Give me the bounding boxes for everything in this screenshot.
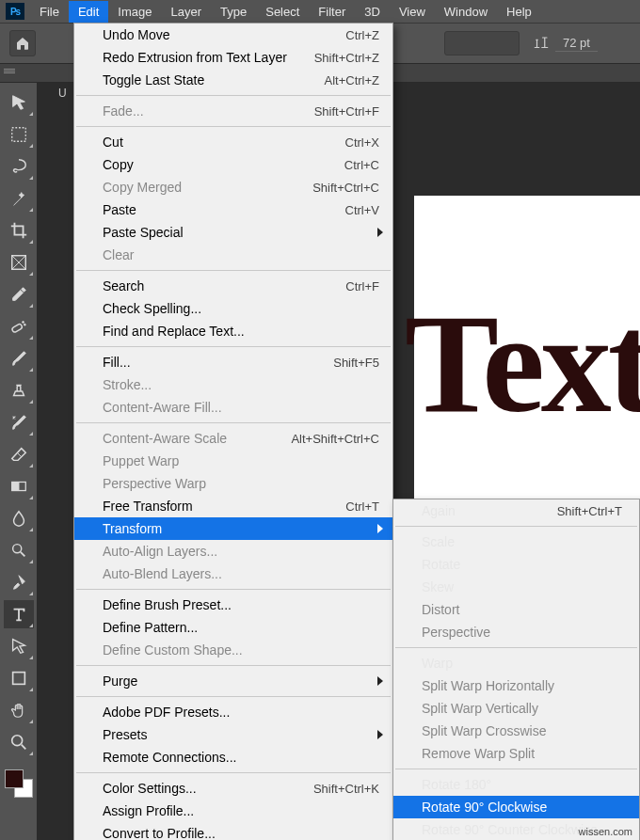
edit-item-paste-special[interactable]: Paste Special [74, 221, 392, 244]
menu-item-label: Copy Merged [103, 180, 182, 195]
foreground-color-swatch[interactable] [5, 769, 24, 788]
magic-wand-tool[interactable] [4, 184, 34, 213]
edit-item-purge[interactable]: Purge [74, 670, 392, 692]
clone-stamp-tool[interactable] [4, 376, 34, 404]
menu-help[interactable]: Help [497, 1, 541, 23]
submenu-arrow-icon [377, 228, 383, 237]
transform-item-rotate-180[interactable]: Rotate 180° [393, 773, 639, 796]
transform-item-rotate-90-clockwise[interactable]: Rotate 90° Clockwise [393, 796, 639, 818]
edit-item-check-spelling[interactable]: Check Spelling... [74, 297, 392, 320]
menu-3d[interactable]: 3D [355, 1, 390, 23]
eyedropper-tool[interactable] [4, 280, 34, 309]
edit-item-cut[interactable]: CutCtrl+X [74, 131, 392, 153]
menu-separator [76, 422, 391, 423]
font-size-control[interactable]: 72 pt [533, 35, 598, 52]
pen-tool-icon [9, 573, 28, 592]
eraser-tool[interactable] [4, 440, 34, 468]
blur-tool[interactable] [4, 504, 34, 532]
transform-item-split-warp-vertically: Split Warp Vertically [393, 697, 639, 720]
menu-item-label: Scale [422, 534, 455, 549]
edit-item-define-brush-preset[interactable]: Define Brush Preset... [74, 594, 392, 616]
watermark: wissen.com [579, 826, 632, 837]
menu-type[interactable]: Type [211, 1, 256, 23]
submenu-arrow-icon [377, 730, 383, 739]
crop-tool[interactable] [4, 216, 34, 245]
edit-item-transform[interactable]: Transform [74, 517, 392, 540]
menu-separator [76, 126, 391, 127]
edit-item-define-pattern[interactable]: Define Pattern... [74, 616, 392, 639]
path-select-tool-icon [9, 637, 28, 656]
edit-item-redo-extrusion-from-text-layer[interactable]: Redo Extrusion from Text LayerShift+Ctrl… [74, 46, 392, 69]
hand-tool[interactable] [4, 696, 34, 724]
transform-item-warp[interactable]: Warp [393, 652, 639, 674]
menu-item-shortcut: Shift+F5 [333, 356, 379, 370]
edit-item-convert-to-profile[interactable]: Convert to Profile... [74, 822, 392, 840]
menu-window[interactable]: Window [435, 1, 497, 23]
menu-item-label: Free Transform [103, 499, 193, 514]
menu-select[interactable]: Select [256, 1, 309, 23]
transform-item-rotate[interactable]: Rotate [393, 553, 639, 576]
eraser-tool-icon [9, 445, 28, 464]
frame-tool-icon [9, 253, 28, 272]
menu-item-label: Rotate 180° [422, 777, 491, 792]
shape-tool[interactable] [4, 664, 34, 692]
menu-edit[interactable]: Edit [69, 1, 108, 23]
edit-item-paste[interactable]: PasteCtrl+V [74, 198, 392, 221]
path-select-tool[interactable] [4, 632, 34, 660]
app-logo-text: Ps [10, 7, 20, 17]
menu-image[interactable]: Image [108, 1, 161, 23]
spot-heal-tool[interactable] [4, 312, 34, 341]
edit-item-clear: Clear [74, 244, 392, 266]
move-tool[interactable] [4, 88, 34, 117]
options-dropdown[interactable] [444, 31, 520, 55]
edit-item-find-and-replace-text[interactable]: Find and Replace Text... [74, 320, 392, 342]
pen-tool[interactable] [4, 568, 34, 596]
text-size-icon [533, 35, 550, 52]
home-button[interactable] [9, 30, 36, 56]
edit-item-color-settings[interactable]: Color Settings...Shift+Ctrl+K [74, 777, 392, 800]
zoom-tool-icon [9, 733, 28, 752]
menu-item-label: Rotate 90° Counter Clockwise [422, 822, 598, 837]
edit-item-undo-move[interactable]: Undo MoveCtrl+Z [74, 24, 392, 46]
lasso-tool[interactable] [4, 152, 34, 181]
edit-item-presets[interactable]: Presets [74, 723, 392, 746]
menu-item-label: Stroke... [103, 377, 152, 392]
transform-item-skew[interactable]: Skew [393, 576, 639, 598]
edit-item-toggle-last-state[interactable]: Toggle Last StateAlt+Ctrl+Z [74, 69, 392, 91]
color-swatches[interactable] [5, 769, 33, 798]
menu-filter[interactable]: Filter [309, 1, 355, 23]
marquee-tool[interactable] [4, 120, 34, 149]
menu-layer[interactable]: Layer [162, 1, 212, 23]
edit-item-assign-profile[interactable]: Assign Profile... [74, 800, 392, 822]
menu-item-label: Warp [422, 656, 453, 671]
frame-tool[interactable] [4, 248, 34, 277]
edit-item-adobe-pdf-presets[interactable]: Adobe PDF Presets... [74, 701, 392, 723]
edit-item-fill[interactable]: Fill...Shift+F5 [74, 351, 392, 373]
menu-item-label: Again [422, 503, 456, 518]
gradient-tool[interactable] [4, 472, 34, 500]
panel-drag-handle-icon[interactable] [4, 69, 15, 78]
svg-rect-8 [12, 673, 24, 685]
menu-item-label: Clear [103, 247, 134, 262]
brush-tool[interactable] [4, 344, 34, 372]
marquee-tool-icon [9, 125, 28, 144]
tools-panel [0, 83, 38, 840]
zoom-tool[interactable] [4, 728, 34, 756]
dodge-tool[interactable] [4, 536, 34, 564]
font-size-value[interactable]: 72 pt [555, 35, 598, 52]
history-brush-tool[interactable] [4, 408, 34, 436]
transform-item-again[interactable]: AgainShift+Ctrl+T [393, 499, 639, 522]
transform-item-scale[interactable]: Scale [393, 531, 639, 553]
transform-item-distort: Distort [393, 598, 639, 621]
menu-item-label: Copy [103, 157, 134, 172]
edit-item-search[interactable]: SearchCtrl+F [74, 275, 392, 297]
menu-view[interactable]: View [390, 1, 435, 23]
edit-item-stroke: Stroke... [74, 373, 392, 396]
type-tool[interactable] [4, 600, 34, 628]
edit-item-free-transform[interactable]: Free TransformCtrl+T [74, 495, 392, 517]
menu-file[interactable]: File [30, 1, 69, 23]
edit-item-remote-connections[interactable]: Remote Connections... [74, 746, 392, 769]
edit-item-copy[interactable]: CopyCtrl+C [74, 153, 392, 176]
menu-item-shortcut: Alt+Ctrl+Z [324, 73, 379, 87]
canvas-text-layer[interactable]: Text [405, 282, 640, 444]
